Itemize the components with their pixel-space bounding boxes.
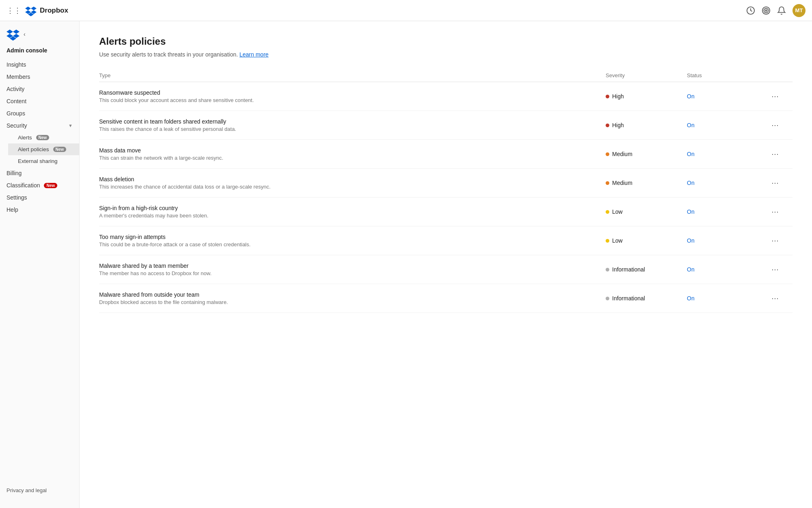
sidebar-item-label: Security bbox=[6, 122, 27, 129]
status-value[interactable]: On bbox=[687, 295, 695, 302]
app-body: ‹ Admin console Insights Members Activit… bbox=[0, 21, 812, 508]
table-row: Malware shared from outside your team Dr… bbox=[99, 284, 793, 313]
sidebar-item-label: Settings bbox=[6, 194, 27, 201]
severity-label: Medium bbox=[612, 151, 632, 157]
table-row: Sensitive content in team folders shared… bbox=[99, 111, 793, 140]
sidebar-item-settings[interactable]: Settings bbox=[0, 191, 79, 204]
sidebar-collapse-button[interactable]: ‹ bbox=[23, 30, 26, 38]
severity-dot bbox=[606, 181, 609, 185]
policy-type-cell: Mass deletion This increases the chance … bbox=[99, 176, 606, 190]
page-subtitle: Use security alerts to track threats in … bbox=[99, 51, 793, 58]
status-value[interactable]: On bbox=[687, 180, 695, 186]
target-icon[interactable] bbox=[762, 6, 771, 15]
more-options-button[interactable]: ⋯ bbox=[768, 119, 783, 131]
user-avatar[interactable]: MT bbox=[793, 4, 806, 17]
table-row: Sign-in from a high-risk country A membe… bbox=[99, 198, 793, 226]
sidebar-security-subitems: Alerts New Alert policies New External s… bbox=[0, 132, 79, 167]
sidebar-item-groups[interactable]: Groups bbox=[0, 107, 79, 119]
sidebar-item-label: Activity bbox=[6, 86, 24, 92]
status-cell: On bbox=[687, 122, 768, 129]
status-value[interactable]: On bbox=[687, 208, 695, 215]
status-value[interactable]: On bbox=[687, 93, 695, 100]
severity-dot bbox=[606, 152, 609, 156]
severity-dot bbox=[606, 124, 609, 127]
sidebar-item-alert-policies[interactable]: Alert policies New bbox=[8, 143, 79, 155]
severity-cell: Medium bbox=[606, 151, 687, 157]
header-status: Status bbox=[687, 72, 768, 78]
actions-cell: ⋯ bbox=[768, 263, 793, 276]
status-cell: On bbox=[687, 179, 768, 187]
severity-label: Medium bbox=[612, 180, 632, 186]
more-options-button[interactable]: ⋯ bbox=[768, 234, 783, 247]
status-value[interactable]: On bbox=[687, 266, 695, 273]
sidebar-item-label: Help bbox=[6, 206, 18, 213]
privacy-legal-link[interactable]: Privacy and legal bbox=[6, 486, 73, 495]
sidebar-item-members[interactable]: Members bbox=[0, 71, 79, 83]
status-value[interactable]: On bbox=[687, 151, 695, 157]
sidebar-item-insights[interactable]: Insights bbox=[0, 59, 79, 71]
sidebar-item-classification[interactable]: Classification New bbox=[0, 179, 79, 191]
grid-icon[interactable]: ⋮⋮ bbox=[6, 6, 21, 15]
sidebar-item-label: Insights bbox=[6, 61, 26, 68]
severity-label: Informational bbox=[612, 295, 645, 302]
policy-description: A member's credentials may have been sto… bbox=[99, 213, 606, 219]
actions-cell: ⋯ bbox=[768, 177, 793, 189]
learn-more-link[interactable]: Learn more bbox=[239, 51, 269, 58]
policy-description: The member has no access to Dropbox for … bbox=[99, 270, 606, 276]
sidebar-item-label: Billing bbox=[6, 170, 22, 176]
sidebar-item-security[interactable]: Security ▼ bbox=[0, 119, 79, 132]
severity-cell: Low bbox=[606, 208, 687, 215]
sidebar-dropbox-icon bbox=[6, 28, 19, 41]
policy-type-cell: Too many sign-in attempts This could be … bbox=[99, 234, 606, 247]
top-nav: ⋮⋮ Dropbox MT bbox=[0, 0, 812, 21]
more-options-button[interactable]: ⋯ bbox=[768, 90, 783, 102]
more-options-button[interactable]: ⋯ bbox=[768, 292, 783, 304]
table-body: Ransomware suspected This could block yo… bbox=[99, 82, 793, 313]
severity-cell: Informational bbox=[606, 266, 687, 273]
sidebar-item-billing[interactable]: Billing bbox=[0, 167, 79, 179]
policy-type-cell: Ransomware suspected This could block yo… bbox=[99, 89, 606, 103]
status-value[interactable]: On bbox=[687, 237, 695, 244]
sidebar-item-content[interactable]: Content bbox=[0, 95, 79, 107]
actions-cell: ⋯ bbox=[768, 90, 793, 102]
severity-dot bbox=[606, 297, 609, 300]
policy-name: Mass data move bbox=[99, 147, 606, 154]
severity-label: High bbox=[612, 122, 624, 128]
table-row: Ransomware suspected This could block yo… bbox=[99, 82, 793, 111]
sidebar: ‹ Admin console Insights Members Activit… bbox=[0, 21, 80, 508]
bell-icon[interactable] bbox=[777, 6, 786, 15]
topnav-right: MT bbox=[746, 4, 806, 17]
more-options-button[interactable]: ⋯ bbox=[768, 148, 783, 160]
sidebar-logo-area: ‹ bbox=[0, 28, 79, 47]
policy-description: Dropbox blocked access to the file conta… bbox=[99, 299, 606, 305]
sidebar-item-activity[interactable]: Activity bbox=[0, 83, 79, 95]
sidebar-item-alerts[interactable]: Alerts New bbox=[8, 132, 79, 143]
status-value[interactable]: On bbox=[687, 122, 695, 128]
sidebar-item-label: Alert policies bbox=[18, 146, 49, 152]
more-options-button[interactable]: ⋯ bbox=[768, 263, 783, 276]
classification-badge: New bbox=[44, 183, 57, 188]
policy-description: This can strain the network with a large… bbox=[99, 155, 606, 161]
policy-type-cell: Sensitive content in team folders shared… bbox=[99, 118, 606, 132]
topnav-left: ⋮⋮ Dropbox bbox=[6, 5, 68, 16]
clock-icon[interactable] bbox=[746, 6, 755, 15]
policy-name: Mass deletion bbox=[99, 176, 606, 182]
topnav-logo: Dropbox bbox=[25, 5, 68, 16]
policy-name: Sign-in from a high-risk country bbox=[99, 205, 606, 211]
sidebar-item-external-sharing[interactable]: External sharing bbox=[8, 155, 79, 167]
sidebar-footer: Privacy and legal bbox=[0, 479, 79, 501]
policy-name: Ransomware suspected bbox=[99, 89, 606, 96]
sidebar-item-label: Members bbox=[6, 74, 30, 80]
severity-cell: High bbox=[606, 122, 687, 128]
policy-type-cell: Mass data move This can strain the netwo… bbox=[99, 147, 606, 161]
policy-type-cell: Malware shared from outside your team Dr… bbox=[99, 291, 606, 305]
main-content: Alerts policies Use security alerts to t… bbox=[80, 21, 812, 508]
severity-cell: Medium bbox=[606, 180, 687, 186]
severity-label: Low bbox=[612, 237, 623, 244]
more-options-button[interactable]: ⋯ bbox=[768, 177, 783, 189]
admin-console-label: Admin console bbox=[0, 47, 79, 59]
severity-dot bbox=[606, 210, 609, 214]
more-options-button[interactable]: ⋯ bbox=[768, 206, 783, 218]
actions-cell: ⋯ bbox=[768, 148, 793, 160]
sidebar-item-help[interactable]: Help bbox=[0, 204, 79, 216]
